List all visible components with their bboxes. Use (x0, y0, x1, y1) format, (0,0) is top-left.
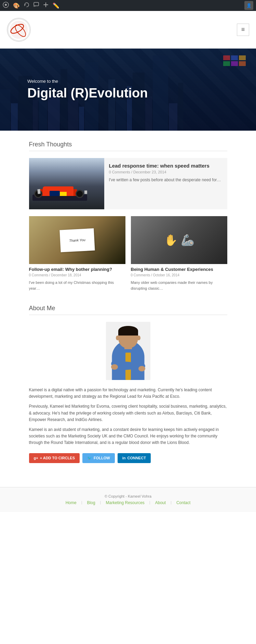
post-card-image-0: Thank You (29, 216, 125, 264)
featured-post: Lead response time: when speed matters 0… (29, 158, 227, 209)
footer-copyright: © Copyright - Kameel Vohra (105, 494, 151, 498)
social-buttons: g+ + ADD TO CIRCLES 🐦 FOLLOW in CONNECT (29, 453, 227, 463)
post-card-excerpt-1: Many older web companies made their name… (131, 280, 227, 291)
about-photo-container (29, 322, 227, 380)
fresh-thoughts-section: Fresh Thoughts (29, 141, 227, 291)
gplus-icon: g+ (34, 456, 38, 460)
about-paragraph-0: Kameel is a digital native with a passio… (29, 387, 227, 400)
linkedin-icon: in (122, 456, 126, 460)
plus-icon[interactable] (43, 2, 49, 9)
hero-main-title: Digital (R)Evolution (27, 86, 229, 101)
about-paragraph-1: Previously, Kameel led Marketing for Evo… (29, 403, 227, 423)
about-me-section: About Me (29, 305, 227, 463)
main-content: Fresh Thoughts (22, 131, 234, 487)
twitter-icon: 🐦 (87, 456, 92, 460)
post-card-title-1[interactable]: Being Human & Customer Experiences (131, 267, 227, 272)
fresh-thoughts-title: Fresh Thoughts (29, 141, 227, 151)
post-card-0: Thank You Follow-up email: Why bother pl… (29, 216, 125, 291)
admin-bar: 🎨 ✏️ 👤 (0, 0, 256, 11)
user-avatar[interactable]: 👤 (244, 1, 253, 10)
svg-point-1 (5, 4, 7, 6)
featured-post-meta: 0 Comments / December 23, 2014 (109, 170, 223, 174)
posts-grid: Thank You Follow-up email: Why bother pl… (29, 216, 227, 291)
footer-sep-0: | (81, 500, 82, 505)
site-header: ≡ (0, 11, 256, 49)
post-card-meta-0: 0 Comments / December 18, 2014 (29, 273, 125, 277)
site-logo[interactable] (7, 18, 31, 42)
footer-sep-2: | (149, 500, 150, 505)
menu-toggle-button[interactable]: ≡ (237, 24, 249, 36)
about-photo (106, 322, 150, 380)
hero-welcome-text: Welcome to the (27, 79, 229, 84)
refresh-icon[interactable] (24, 2, 29, 9)
post-card-1: 🤚 🦾 Being Human & Customer Experiences 0… (131, 216, 227, 291)
featured-post-excerpt: I've written a few posts before about th… (109, 177, 223, 183)
thankyou-card: Thank You (59, 228, 95, 252)
footer-link-about[interactable]: About (155, 500, 166, 505)
footer-sep-1: | (100, 500, 101, 505)
gplus-button[interactable]: g+ + ADD TO CIRCLES (29, 453, 80, 463)
featured-post-title[interactable]: Lead response time: when speed matters (109, 163, 223, 169)
post-card-title-0[interactable]: Follow-up email: Why bother planning? (29, 267, 125, 272)
post-card-image-1: 🤚 🦾 (131, 216, 227, 264)
wordpress-icon[interactable] (3, 2, 9, 9)
footer: © Copyright - Kameel Vohra Home | Blog |… (0, 487, 256, 512)
svg-rect-2 (34, 2, 39, 6)
post-card-excerpt-0: I've been doing a lot of my Christmas sh… (29, 280, 125, 291)
pencil-icon[interactable]: ✏️ (53, 2, 59, 9)
twitter-button[interactable]: 🐦 FOLLOW (82, 453, 115, 463)
featured-post-image (29, 158, 104, 209)
footer-link-home[interactable]: Home (66, 500, 77, 505)
footer-links: Home | Blog | Marketing Resources | Abou… (7, 500, 249, 505)
comment-icon[interactable] (33, 2, 39, 9)
hero-banner: Welcome to the Digital (R)Evolution (0, 49, 256, 131)
footer-link-blog[interactable]: Blog (87, 500, 95, 505)
about-me-title: About Me (29, 305, 227, 315)
featured-post-body: Lead response time: when speed matters 0… (104, 158, 227, 209)
footer-sep-3: | (171, 500, 172, 505)
palette-icon[interactable]: 🎨 (13, 2, 20, 9)
linkedin-button[interactable]: in CONNECT (118, 453, 151, 463)
footer-link-contact[interactable]: Contact (176, 500, 190, 505)
about-paragraph-2: Kameel is an avid student of marketing, … (29, 426, 227, 446)
footer-link-marketing[interactable]: Marketing Resources (106, 500, 144, 505)
post-card-meta-1: 0 Comments / October 16, 2014 (131, 273, 227, 277)
